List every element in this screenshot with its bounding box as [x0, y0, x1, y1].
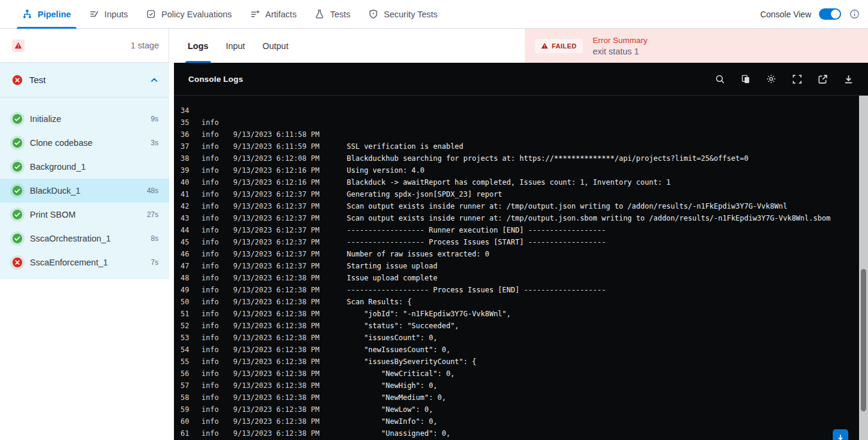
log-line: 37 info 9/13/2023 6:12:16 PM Blackduck -… — [174, 129, 859, 140]
scroll-to-bottom-button[interactable] — [833, 429, 848, 440]
error-summary-texts: Error Summary exit status 1 — [593, 36, 648, 56]
chevron-up-icon[interactable] — [150, 76, 158, 84]
step-label: Print SBOM — [30, 210, 76, 219]
console-log-area[interactable]: 34 info 9/13/2023 6:11:58 PM SSL verific… — [174, 96, 859, 440]
artifacts-icon — [250, 9, 260, 19]
error-summary-panel: FAILED Error Summary exit status 1 — [525, 29, 868, 63]
sidebar-summary-row: 1 stage — [0, 29, 169, 63]
log-line: 62 info 9/13/2023 6:12:38 PM "Medium": 0 — [174, 427, 859, 439]
console-scrollbar-thumb[interactable] — [861, 269, 866, 411]
log-line: 35 info 9/13/2023 6:11:59 PM Blackduckhu… — [174, 105, 859, 117]
step-row[interactable]: Background_1 — [0, 155, 169, 179]
failed-badge-label: FAILED — [552, 42, 577, 50]
tab-inputs[interactable]: Inputs — [80, 0, 137, 28]
copy-icon[interactable] — [740, 74, 751, 84]
log-line: 42 info 9/13/2023 6:12:37 PM -----------… — [174, 188, 859, 200]
log-line: 50 info 9/13/2023 6:12:38 PM "issuesCoun… — [174, 284, 859, 296]
log-line: 34 info 9/13/2023 6:11:58 PM SSL verific… — [174, 96, 859, 105]
log-line: 45 info 9/13/2023 6:12:37 PM Issue uploa… — [174, 224, 859, 236]
step-status-icon — [12, 161, 23, 172]
search-icon[interactable] — [714, 74, 725, 84]
stage-name: Test — [29, 75, 46, 85]
step-detail-tab[interactable]: Logs — [188, 29, 209, 63]
error-summary-message: exit status 1 — [593, 47, 648, 56]
log-line: 47 info 9/13/2023 6:12:38 PM Scan Result… — [174, 248, 859, 260]
stage-warning-icon — [12, 39, 25, 52]
console-actions — [714, 74, 854, 84]
top-nav: Pipeline Inputs Policy Evaluations — [0, 0, 868, 29]
step-status-icon — [12, 233, 23, 244]
step-label: Background_1 — [30, 162, 86, 172]
step-status-icon — [12, 185, 23, 196]
step-row[interactable]: Clone codebase 3s — [0, 131, 169, 155]
stage-header-test[interactable]: Test — [0, 63, 169, 97]
step-detail-tab[interactable]: Output — [262, 29, 289, 63]
log-line: 59 info 9/13/2023 6:12:38 PM "NewUnassig… — [174, 392, 859, 404]
console-logs-title: Console Logs — [188, 75, 243, 84]
log-line: 43 info 9/13/2023 6:12:37 PM Number of r… — [174, 200, 859, 212]
console-view-toggle[interactable] — [819, 8, 841, 20]
nav-right-controls: Console View — [760, 0, 860, 28]
step-duration: 9s — [151, 115, 158, 123]
log-line: 60 info 9/13/2023 6:12:38 PM "Critical":… — [174, 404, 859, 415]
console-header: Console Logs — [174, 63, 868, 96]
tab-tests[interactable]: Tests — [305, 0, 359, 28]
tab-artifacts-label: Artifacts — [265, 10, 297, 19]
console-scrollbar-track[interactable] — [859, 96, 868, 440]
step-duration: 3s — [151, 139, 158, 147]
top-nav-tabs: Pipeline Inputs Policy Evaluations — [13, 0, 447, 28]
policy-check-icon — [146, 9, 156, 19]
step-row[interactable]: BlackDuck_1 48s — [0, 179, 169, 203]
tab-policy-evaluations[interactable]: Policy Evaluations — [137, 0, 241, 28]
download-icon[interactable] — [843, 74, 854, 84]
step-label: SscaOrchestration_1 — [30, 234, 111, 243]
log-line: 46 info 9/13/2023 6:12:38 PM -----------… — [174, 236, 859, 248]
step-status-icon — [12, 209, 23, 220]
step-label: BlackDuck_1 — [30, 186, 81, 195]
error-summary-title: Error Summary — [593, 36, 648, 45]
step-row[interactable]: SscaEnforcement_1 7s — [0, 250, 169, 274]
step-status-icon — [12, 138, 23, 148]
tab-artifacts[interactable]: Artifacts — [241, 0, 305, 28]
success-check-icon — [12, 114, 23, 124]
stage-panel: Test Initialize 9s — [0, 63, 169, 279]
toggle-knob — [831, 10, 840, 19]
log-line: 55 info 9/13/2023 6:12:38 PM "NewMedium"… — [174, 344, 859, 356]
log-line: 61 info 9/13/2023 6:12:38 PM "High": 0, — [174, 415, 859, 427]
main-content: LogsInputOutput FAILED Error Summary exi… — [174, 29, 868, 440]
failed-status-badge: FAILED — [535, 39, 583, 53]
fullscreen-icon[interactable] — [791, 74, 802, 84]
console-view-label: Console View — [760, 10, 811, 19]
pipeline-execution-page: Pipeline Inputs Policy Evaluations — [0, 0, 868, 440]
step-row[interactable]: Initialize 9s — [0, 107, 169, 131]
log-line: 40 info 9/13/2023 6:12:37 PM Scan output… — [174, 164, 859, 176]
step-label: SscaEnforcement_1 — [30, 258, 108, 267]
success-check-icon — [12, 233, 23, 244]
stage-failed-icon — [12, 75, 23, 85]
log-line: 53 info 9/13/2023 6:12:38 PM "NewCritica… — [174, 320, 859, 332]
log-line: 36 info 9/13/2023 6:12:08 PM Using versi… — [174, 117, 859, 129]
tab-pipeline[interactable]: Pipeline — [13, 0, 80, 28]
tab-pipeline-label: Pipeline — [38, 10, 71, 19]
step-row[interactable]: Print SBOM 27s — [0, 203, 169, 227]
failed-x-icon — [12, 257, 23, 268]
step-detail-tab[interactable]: Input — [226, 29, 245, 63]
step-duration: 7s — [151, 258, 158, 267]
external-link-icon[interactable] — [817, 74, 828, 84]
tab-security-tests[interactable]: Security Tests — [359, 0, 447, 28]
step-status-icon — [12, 257, 23, 268]
step-row[interactable]: SscaOrchestration_1 8s — [0, 227, 169, 250]
log-line: 51 info 9/13/2023 6:12:38 PM "newIssuesC… — [174, 296, 859, 308]
step-duration: 8s — [151, 234, 158, 243]
stage-count-label: 1 stage — [130, 41, 159, 50]
gear-icon[interactable] — [766, 74, 777, 84]
step-detail-tabs: LogsInputOutput — [174, 29, 288, 63]
log-line: 49 info 9/13/2023 6:12:38 PM "status": "… — [174, 272, 859, 284]
log-line: 39 info 9/13/2023 6:12:37 PM Scan output… — [174, 152, 859, 164]
step-duration: 48s — [147, 187, 158, 195]
shield-icon — [368, 9, 378, 19]
flask-icon — [314, 9, 325, 19]
step-label: Initialize — [30, 114, 61, 124]
info-icon[interactable] — [849, 9, 860, 20]
arrow-down-icon — [836, 433, 845, 440]
